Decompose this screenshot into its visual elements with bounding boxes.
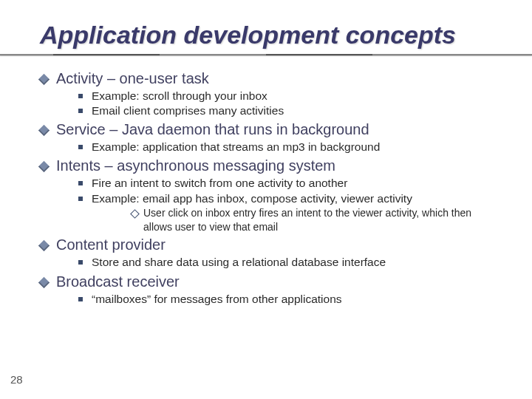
item-label: Content provider [56, 236, 166, 253]
item-label: User click on inbox entry fires an inten… [143, 207, 471, 233]
list-item: Email client comprises many activities [56, 103, 502, 118]
slide: Application development concepts Activit… [0, 0, 532, 399]
list-item: Example: application that streams an mp3… [56, 140, 502, 154]
page-number: 28 [10, 373, 23, 386]
list-item: Broadcast receiver “mailboxes” for messa… [40, 273, 502, 307]
list-item: Example: email app has inbox, compose ac… [56, 191, 502, 234]
list-item: “mailboxes” for messages from other appl… [56, 292, 502, 307]
bullet-list: Activity – one-user task Example: scroll… [40, 70, 502, 307]
item-label: Intents – asynchronous messaging system [56, 157, 335, 174]
slide-title: Application development concepts [40, 21, 502, 50]
item-label: Example: email app has inbox, compose ac… [92, 192, 412, 205]
item-label: Broadcast receiver [56, 273, 180, 290]
item-label: Example: scroll through your inbox [92, 89, 267, 102]
list-item: Store and share data using a relational … [56, 255, 502, 270]
item-label: “mailboxes” for messages from other appl… [92, 293, 342, 305]
list-item: Service – Java daemon that runs in backg… [40, 121, 502, 154]
list-item: Intents – asynchronous messaging system … [40, 157, 502, 233]
list-item: Fire an intent to switch from one activi… [56, 176, 502, 191]
list-item: Activity – one-user task Example: scroll… [40, 70, 502, 118]
item-label: Fire an intent to switch from one activi… [92, 177, 347, 189]
title-underline [0, 54, 532, 55]
item-label: Activity – one-user task [56, 70, 209, 86]
item-label: Example: application that streams an mp3… [92, 140, 380, 153]
list-item: Example: scroll through your inbox [56, 89, 502, 103]
list-item: User click on inbox entry fires an inten… [92, 206, 502, 234]
item-label: Service – Java daemon that runs in backg… [56, 121, 369, 137]
item-label: Store and share data using a relational … [92, 256, 386, 268]
item-label: Email client comprises many activities [92, 104, 284, 117]
list-item: Content provider Store and share data us… [40, 236, 502, 270]
